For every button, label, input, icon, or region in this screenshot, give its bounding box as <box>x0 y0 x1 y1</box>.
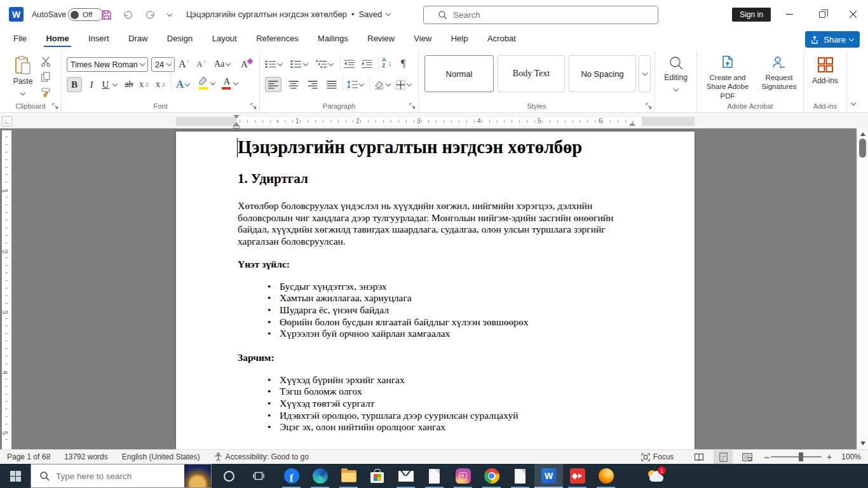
taskbar-search-box[interactable] <box>31 464 212 488</box>
close-button[interactable] <box>837 0 868 29</box>
document-page[interactable]: Цэцэрлэгийн сургалтын нэгдсэн хөтөлбөр 1… <box>176 132 695 449</box>
cut-button[interactable] <box>41 57 51 67</box>
shrink-font-button[interactable]: A˅ <box>196 57 206 72</box>
align-center-button[interactable] <box>285 77 302 92</box>
copy-button[interactable] <box>41 72 51 82</box>
search-box[interactable] <box>423 6 658 24</box>
taskbar-firefox[interactable] <box>592 464 620 488</box>
zoom-slider[interactable] <box>771 456 822 458</box>
share-button[interactable]: Share <box>805 31 860 48</box>
cortana-button[interactable] <box>215 464 243 488</box>
zoom-out-button[interactable]: − <box>757 450 771 464</box>
tab-mailings[interactable]: Mailings <box>309 29 356 49</box>
taskbar-mail[interactable] <box>391 464 420 488</box>
justify-button[interactable] <box>323 77 340 92</box>
format-painter-button[interactable] <box>41 87 51 97</box>
taskbar-word-active[interactable]: W <box>534 464 563 488</box>
tab-insert[interactable]: Insert <box>80 29 118 49</box>
bold-button[interactable]: B <box>67 77 82 92</box>
style-normal[interactable]: Normal <box>424 55 494 92</box>
document-title-area[interactable]: Цэцэрлэгийн сургалтын нэгдсэн хөтөлбөр •… <box>186 10 390 19</box>
multilevel-list-button[interactable] <box>316 57 333 72</box>
addins-button[interactable]: Add-ins <box>804 57 846 85</box>
paragraph-dialog-launcher[interactable] <box>409 103 416 109</box>
taskbar-file-explorer[interactable] <box>334 464 363 488</box>
tab-help[interactable]: Help <box>443 29 477 49</box>
taskbar-document-1[interactable] <box>420 464 449 488</box>
font-dialog-launcher[interactable] <box>250 103 257 109</box>
sort-button[interactable]: AZ↓ <box>382 55 392 71</box>
change-case-button[interactable]: Aa <box>214 57 230 72</box>
styles-more-button[interactable] <box>639 55 651 92</box>
italic-button[interactable]: I <box>86 77 97 92</box>
collapse-ribbon-button[interactable] <box>851 96 855 107</box>
taskbar-search-input[interactable] <box>56 471 170 481</box>
bullets-button[interactable] <box>265 57 282 72</box>
tab-file[interactable]: File <box>5 29 35 49</box>
restore-button[interactable] <box>807 0 837 29</box>
taskbar-chrome[interactable] <box>477 464 506 488</box>
right-indent-marker[interactable] <box>629 122 635 126</box>
underline-chevron[interactable] <box>111 77 119 92</box>
page-indicator[interactable]: Page 1 of 68 <box>0 450 57 464</box>
request-signatures-button[interactable]: Request Signatures <box>757 55 801 92</box>
vertical-ruler[interactable]: 1 2 3 4 5 <box>2 130 11 449</box>
first-line-indent-marker[interactable] <box>233 115 240 119</box>
zoom-in-button[interactable]: + <box>822 450 834 464</box>
minimize-button[interactable] <box>774 0 804 29</box>
grow-font-button[interactable]: A˄ <box>179 57 190 72</box>
tab-acrobat[interactable]: Acrobat <box>479 29 524 49</box>
hanging-indent-marker[interactable] <box>233 122 240 128</box>
zoom-level[interactable]: 100% <box>834 450 868 464</box>
tab-design[interactable]: Design <box>159 29 201 49</box>
create-share-pdf-button[interactable]: Create and Share Adobe PDF <box>701 55 754 100</box>
accessibility-status[interactable]: Accessibility: Good to go <box>207 450 316 464</box>
language-indicator[interactable]: English (United States) <box>115 450 207 464</box>
taskbar-document-2[interactable] <box>506 464 534 488</box>
underline-button[interactable]: U <box>100 77 111 92</box>
editing-button[interactable]: Editing <box>655 55 696 93</box>
horizontal-ruler[interactable]: 1 2 3 4 5 6 <box>176 117 695 126</box>
tab-references[interactable]: References <box>248 29 306 49</box>
line-spacing-button[interactable] <box>347 77 363 92</box>
save-button[interactable] <box>99 8 113 22</box>
styles-dialog-launcher[interactable] <box>646 103 652 109</box>
clear-formatting-button[interactable]: A <box>241 57 252 72</box>
redo-button[interactable] <box>143 8 157 22</box>
tab-view[interactable]: View <box>405 29 440 49</box>
vertical-scrollbar[interactable] <box>857 128 868 449</box>
weather-tray-icon[interactable]: 1 <box>647 468 665 484</box>
font-name-combo[interactable]: Times New Roman <box>67 57 148 72</box>
scroll-down-arrow[interactable] <box>860 442 865 445</box>
read-mode-button[interactable] <box>689 450 709 464</box>
focus-button[interactable]: Focus <box>634 450 681 464</box>
taskbar-store[interactable] <box>363 464 391 488</box>
highlight-color-button[interactable] <box>198 76 215 91</box>
sign-in-button[interactable]: Sign in <box>732 8 771 22</box>
word-count[interactable]: 13792 words <box>57 450 115 464</box>
scroll-up-arrow[interactable] <box>860 132 865 136</box>
tab-draw[interactable]: Draw <box>120 29 156 49</box>
borders-button[interactable] <box>396 77 411 92</box>
scrollbar-thumb[interactable] <box>859 139 866 158</box>
taskbar-instagram[interactable] <box>449 464 477 488</box>
align-left-button[interactable] <box>265 77 281 92</box>
print-layout-button[interactable] <box>714 450 733 464</box>
customize-quick-access-toolbar-button[interactable] <box>163 8 177 22</box>
superscript-button[interactable]: x2 <box>156 77 165 92</box>
subscript-button[interactable]: x2 <box>139 77 149 92</box>
search-input[interactable] <box>453 10 631 20</box>
start-button[interactable] <box>0 464 31 488</box>
clipboard-dialog-launcher[interactable] <box>52 103 58 109</box>
taskbar-facebook[interactable]: f <box>277 464 306 488</box>
undo-button[interactable] <box>121 8 135 22</box>
strikethrough-button[interactable]: ab <box>121 77 137 92</box>
tab-home[interactable]: Home <box>37 29 77 49</box>
style-no-spacing[interactable]: No Spacing <box>569 55 636 92</box>
align-right-button[interactable] <box>304 77 321 92</box>
word-app-icon[interactable]: W <box>9 7 24 22</box>
increase-indent-button[interactable] <box>362 57 372 72</box>
shading-button[interactable] <box>374 77 390 92</box>
taskbar-edge[interactable] <box>306 464 334 488</box>
text-effects-button[interactable]: A <box>176 77 189 92</box>
